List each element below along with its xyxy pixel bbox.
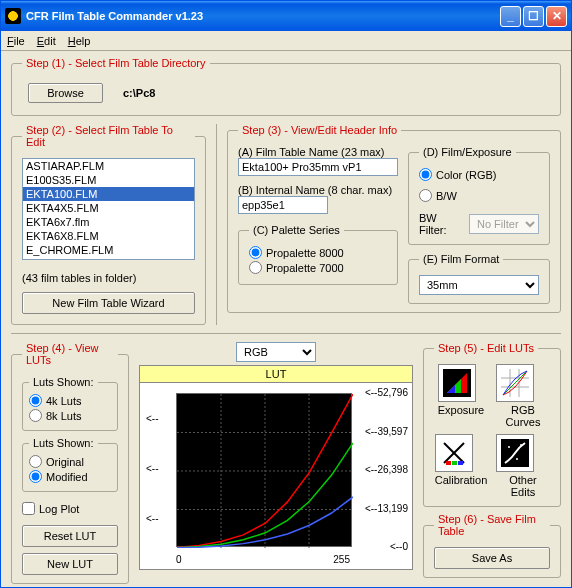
step1-group: Step (1) - Select Film Table Directory B… [11,57,561,116]
svg-rect-19 [452,461,457,465]
step5-group: Step (5) - Edit LUTs Exposure RGB Curves [423,342,561,507]
list-item[interactable]: EKTA6X8.FLM [23,229,194,243]
divider [11,333,561,334]
label-b: (B) Internal Name (8 char. max) [238,184,398,196]
list-item[interactable]: EKTA4X5.FLM [23,201,194,215]
list-item[interactable]: ASTIARAP.FLM [23,159,194,173]
rgb-curves-label: RGB Curves [496,404,550,428]
y-tick-label: <--13,199 [365,503,408,514]
menu-file[interactable]: File [7,35,25,47]
titlebar: CFR Film Table Commander v1.23 _ ☐ ✕ [1,1,571,31]
y-tick-label: <--52,796 [365,387,408,398]
label-e: (E) Film Format [419,253,503,265]
maximize-button[interactable]: ☐ [523,6,544,27]
calibration-button[interactable] [435,434,473,472]
film-count-label: (43 film tables in folder) [22,272,195,284]
step3-legend: Step (3) - View/Edit Header Info [238,124,401,136]
lut-chart: LUT <--52,796<--39,597<--26,398<--13,199… [139,365,413,570]
list-item[interactable]: EKTA6x7.flm [23,215,194,229]
window-title: CFR Film Table Commander v1.23 [26,10,500,22]
y-tick-label: <--26,398 [365,464,408,475]
calibration-label: Calibration [435,474,488,486]
svg-point-22 [508,446,510,448]
left-tick-arrow: <-- [146,413,159,424]
radio-original[interactable]: Original [29,455,84,468]
y-tick-label: <--0 [390,541,408,552]
step6-legend: Step (6) - Save Film Table [434,513,550,537]
film-table-list[interactable]: ASTIARAP.FLME100S35.FLMEKTA100.FLMEKTA4X… [22,158,195,260]
radio-4k-luts[interactable]: 4k Luts [29,394,81,407]
film-exposure-group: (D) Film/Exposure Color (RGB) B/W BW Fil… [408,146,550,245]
new-lut-button[interactable]: New LUT [22,553,118,575]
luts-shown-source: Luts Shown: Original Modified [22,437,118,492]
save-as-button[interactable]: Save As [434,547,550,569]
label-c: (C) Palette Series [249,224,344,236]
app-icon [5,8,21,24]
exposure-label: Exposure [438,404,484,416]
left-tick-arrow: <-- [146,463,159,474]
radio-propalette-8000[interactable]: Propalette 8000 [249,246,344,259]
radio-bw[interactable]: B/W [419,189,457,202]
step4-legend: Step (4) - View LUTs [22,342,118,366]
reset-lut-button[interactable]: Reset LUT [22,525,118,547]
radio-modified[interactable]: Modified [29,470,88,483]
svg-point-24 [516,458,518,460]
other-edits-button[interactable] [496,434,534,472]
step2-legend: Step (2) - Select Film Table To Edit [22,124,195,148]
y-tick-label: <--39,597 [365,426,408,437]
step6-group: Step (6) - Save Film Table Save As [423,513,561,578]
left-tick-arrow: <-- [146,513,159,524]
label-d: (D) Film/Exposure [419,146,516,158]
luts-shown-bits: Luts Shown: 4k Luts 8k Luts [22,376,118,431]
close-button[interactable]: ✕ [546,6,567,27]
list-item[interactable]: E_CHROME.FLM [23,243,194,257]
minimize-button[interactable]: _ [500,6,521,27]
rgb-curves-button[interactable] [496,364,534,402]
bw-filter-select: No Filter [469,214,539,234]
palette-series-group: (C) Palette Series Propalette 8000 Propa… [238,224,398,285]
menu-help[interactable]: Help [68,35,91,47]
log-plot-checkbox[interactable]: Log Plot [22,502,118,515]
x-tick-label: 0 [176,554,182,565]
browse-button[interactable]: Browse [28,83,103,103]
menu-edit[interactable]: Edit [37,35,56,47]
film-format-group: (E) Film Format 35mm [408,253,550,304]
svg-rect-20 [458,461,463,465]
radio-color-rgb[interactable]: Color (RGB) [419,168,497,181]
svg-rect-18 [446,461,451,465]
step5-legend: Step (5) - Edit LUTs [434,342,538,354]
bw-filter-label: BW Filter: [419,212,465,236]
new-film-wizard-button[interactable]: New Film Table Wizard [22,292,195,314]
label-a: (A) Film Table Name (23 max) [238,146,398,158]
step3-group: Step (3) - View/Edit Header Info (A) Fil… [227,124,561,313]
chart-title: LUT [140,366,412,383]
list-item[interactable]: EKTA100.FLM [23,187,194,201]
film-table-name-input[interactable] [238,158,398,176]
menu-bar: File Edit Help [1,31,571,51]
step1-legend: Step (1) - Select Film Table Directory [22,57,210,69]
list-item[interactable]: E100S35.FLM [23,173,194,187]
exposure-button[interactable] [438,364,476,402]
app-window: CFR Film Table Commander v1.23 _ ☐ ✕ Fil… [0,0,572,588]
path-display: c:\Pc8 [123,87,155,99]
x-tick-label: 255 [333,554,350,565]
film-format-select[interactable]: 35mm [419,275,539,295]
step4-group: Step (4) - View LUTs Luts Shown: 4k Luts… [11,342,129,584]
divider [216,124,217,325]
radio-8k-luts[interactable]: 8k Luts [29,409,81,422]
chart-plot-area [177,394,353,548]
other-edits-label: Other Edits [496,474,550,498]
chart-channel-select[interactable]: RGB [236,342,316,362]
radio-propalette-7000[interactable]: Propalette 7000 [249,261,344,274]
step2-group: Step (2) - Select Film Table To Edit AST… [11,124,206,325]
internal-name-input[interactable] [238,196,328,214]
svg-point-23 [520,444,522,446]
